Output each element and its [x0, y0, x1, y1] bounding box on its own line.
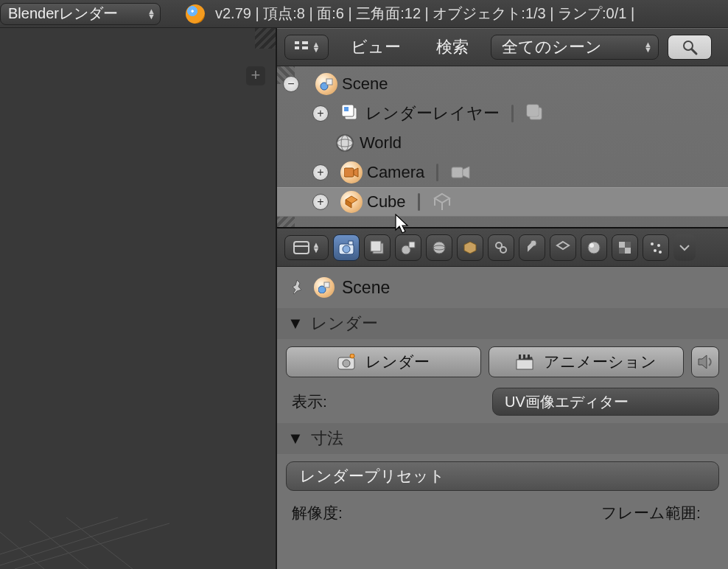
svg-point-56	[659, 251, 662, 254]
svg-rect-32	[294, 242, 309, 254]
tree-row-camera[interactable]: + Camera	[277, 158, 728, 187]
expand-icon[interactable]: +	[312, 194, 329, 210]
resolution-label: 解像度:	[286, 503, 594, 523]
3d-viewport[interactable]: +	[0, 28, 277, 569]
tab-object[interactable]	[457, 234, 483, 261]
svg-rect-49	[619, 242, 625, 248]
blender-logo-icon	[186, 4, 205, 24]
outliner-search-button[interactable]	[668, 35, 712, 60]
svg-rect-9	[302, 46, 308, 49]
tree-label: Camera	[367, 163, 424, 182]
tab-physics[interactable]	[673, 234, 696, 261]
tab-material[interactable]	[581, 234, 607, 261]
tab-world[interactable]	[426, 234, 452, 261]
tab-data[interactable]	[550, 234, 576, 261]
tab-modifiers[interactable]	[519, 234, 545, 261]
svg-rect-52	[619, 248, 625, 254]
renderlayers-ghost-icon[interactable]	[525, 103, 546, 124]
camera-icon	[337, 354, 355, 370]
panel-title: レンダー	[311, 313, 378, 335]
animation-button[interactable]: アニメーション	[489, 346, 684, 377]
tab-texture[interactable]	[612, 234, 638, 261]
tab-renderlayers[interactable]	[364, 234, 391, 261]
svg-rect-66	[528, 355, 530, 359]
audio-button[interactable]	[691, 346, 719, 377]
render-button[interactable]: レンダー	[286, 346, 481, 377]
tree-row-cube[interactable]: + Cube	[277, 187, 728, 217]
context-scene-label: Scene	[342, 278, 390, 298]
search-icon	[681, 38, 699, 56]
camera-icon	[338, 240, 354, 255]
svg-rect-6	[295, 41, 299, 44]
svg-rect-65	[523, 355, 525, 359]
svg-rect-64	[519, 355, 521, 359]
tab-constraints[interactable]	[488, 234, 514, 261]
svg-point-35	[343, 245, 350, 253]
mesh-data-icon[interactable]	[432, 192, 452, 212]
svg-rect-58	[324, 282, 329, 287]
tab-scene[interactable]	[395, 234, 421, 261]
svg-marker-43	[464, 242, 476, 254]
separator	[418, 193, 420, 211]
speaker-icon	[697, 355, 713, 369]
svg-point-60	[343, 360, 350, 367]
expand-icon[interactable]: +	[312, 164, 329, 181]
svg-rect-7	[295, 46, 299, 49]
editor-type-selector[interactable]: ▲▼	[284, 35, 329, 60]
tree-row-world[interactable]: World	[277, 128, 728, 158]
render-presets-dropdown[interactable]: レンダープリセット	[286, 461, 719, 491]
svg-rect-16	[344, 107, 349, 111]
camera-icon	[340, 161, 363, 184]
toolshelf-toggle[interactable]: +	[246, 66, 265, 85]
scene-icon	[401, 240, 416, 255]
outliner-filter-dropdown[interactable]: 全てのシーン ▲▼	[491, 35, 659, 60]
updown-icon: ▲▼	[644, 42, 652, 52]
tab-render[interactable]	[333, 234, 360, 261]
context-breadcrumb: Scene	[277, 267, 728, 308]
svg-marker-67	[699, 355, 707, 369]
outliner-filter-label: 全てのシーン	[502, 36, 602, 58]
outliner-tree[interactable]: − Scene + レンダーレイヤー Wo	[277, 66, 728, 227]
cube-icon	[463, 240, 477, 255]
collapse-icon[interactable]: −	[283, 76, 299, 92]
svg-point-45	[500, 247, 506, 253]
properties-icon	[293, 241, 309, 254]
scene-stats: v2.79 | 頂点:8 | 面:6 | 三角面:12 | オブジェクト:1/3…	[215, 4, 634, 24]
svg-rect-50	[625, 248, 631, 254]
render-engine-dropdown[interactable]: Blenderレンダー ▲▼	[0, 3, 161, 25]
svg-rect-8	[302, 41, 308, 44]
svg-point-47	[588, 242, 600, 254]
panel-title: 寸法	[311, 427, 343, 450]
tree-label: レンダーレイヤー	[365, 102, 500, 125]
tree-row-renderlayers[interactable]: + レンダーレイヤー	[277, 99, 728, 128]
svg-marker-25	[463, 167, 469, 178]
layers-icon	[370, 240, 385, 255]
panel-header-dimensions[interactable]: ▼ 寸法	[277, 423, 728, 454]
world-icon	[335, 133, 355, 153]
frame-range-label: フレーム範囲:	[601, 503, 719, 523]
tree-label: World	[360, 133, 402, 153]
outliner-view-menu[interactable]: ビュー	[337, 36, 414, 58]
separator	[436, 164, 438, 181]
renderlayers-icon	[340, 103, 361, 124]
svg-rect-13	[326, 79, 332, 85]
tree-row-scene[interactable]: − Scene	[277, 69, 728, 99]
chevron-down-icon	[679, 242, 690, 254]
sphere-icon	[587, 240, 601, 255]
pin-icon[interactable]	[287, 278, 307, 297]
display-mode-dropdown[interactable]: UV画像エディター	[492, 388, 719, 416]
svg-line-5	[66, 517, 133, 569]
editor-type-selector[interactable]: ▲▼	[284, 235, 329, 260]
camera-data-icon[interactable]	[450, 163, 472, 182]
outliner-search-menu[interactable]: 検索	[423, 36, 482, 58]
svg-point-48	[589, 243, 594, 248]
updown-icon: ▲▼	[147, 9, 155, 19]
svg-point-53	[651, 242, 654, 245]
clapper-icon	[516, 354, 533, 370]
panel-body-render: レンダー アニメーション 表示: UV画像エディター	[277, 339, 728, 423]
area-split-handle[interactable]	[255, 28, 276, 49]
info-header: Blenderレンダー ▲▼ v2.79 | 頂点:8 | 面:6 | 三角面:…	[0, 0, 728, 28]
panel-header-render[interactable]: ▼ レンダー	[277, 308, 728, 339]
tab-particles[interactable]	[643, 234, 669, 261]
expand-icon[interactable]: +	[312, 105, 329, 122]
